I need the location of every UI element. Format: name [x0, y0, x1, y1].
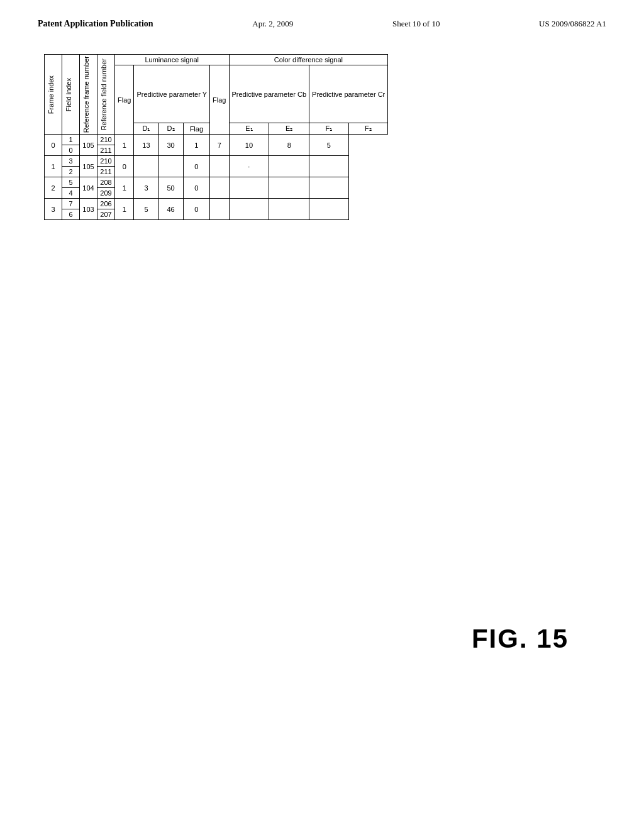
- ref-field-211b: 211: [97, 167, 115, 177]
- ref-frame-104: 104: [80, 177, 97, 199]
- e2-empty3: [229, 199, 269, 220]
- d1-13: 13: [134, 135, 158, 156]
- table-row: 0 1 105 210 1 13 30 1 7 10 8 5: [45, 135, 388, 145]
- table-row: 1 3 105 210 0 0 ·: [45, 156, 388, 167]
- frame-3: 3: [45, 199, 62, 220]
- field-5: 5: [62, 177, 80, 188]
- ref-field-211: 211: [97, 145, 115, 156]
- figure-table-container: Frame index Field index Reference frame …: [44, 54, 388, 220]
- ref-field-210: 210: [97, 135, 115, 145]
- e2-empty2: [229, 177, 269, 199]
- d1-empty: [134, 156, 158, 177]
- ref-field-209: 209: [97, 188, 115, 199]
- f2-empty: [309, 156, 349, 177]
- d2-46: 46: [158, 199, 183, 220]
- table-row: 3 7 103 206 1 5 46 0: [45, 199, 388, 209]
- col-ref-field: Reference field number: [97, 55, 115, 135]
- col-predictive-y: Predictive parameter Y: [134, 65, 210, 123]
- col-frame-index: Frame index: [45, 55, 62, 135]
- ref-frame-103: 103: [80, 199, 97, 220]
- e2-dot: ·: [229, 156, 269, 177]
- col-predictive-cr: Predictive parameter Cr: [309, 65, 388, 123]
- ref-field-207: 207: [97, 209, 115, 220]
- f2-empty3: [309, 199, 349, 220]
- f1-empty: [269, 156, 309, 177]
- col-lum-flag: Flag: [115, 65, 134, 135]
- field-1a: 1: [62, 135, 80, 145]
- col-flag-0a: 0: [183, 156, 210, 177]
- col-col-flag: Flag: [210, 65, 229, 135]
- col-f2-header: F₂: [348, 123, 388, 135]
- patent-table: Frame index Field index Reference frame …: [44, 54, 388, 220]
- field-7: 7: [62, 199, 80, 209]
- sheet-label: Sheet 10 of 10: [392, 19, 440, 29]
- f1-empty3: [269, 199, 309, 220]
- field-2: 2: [62, 167, 80, 177]
- e1-empty3: [210, 199, 229, 220]
- col-flag-1a: 1: [183, 135, 210, 156]
- col-d2-header: D₂: [158, 123, 183, 135]
- col-predictive-cb: Predictive parameter Cb: [229, 65, 309, 123]
- d1-5: 5: [134, 199, 158, 220]
- publication-label: Patent Application Publication: [38, 19, 153, 29]
- ref-frame-105b: 105: [80, 156, 97, 177]
- ref-field-210b: 210: [97, 156, 115, 167]
- main-content: Frame index Field index Reference frame …: [0, 35, 644, 233]
- col-lum-flag2: Flag: [183, 123, 210, 135]
- frame-2: 2: [45, 177, 62, 199]
- col-flag-0b: 0: [183, 177, 210, 199]
- f1-8: 8: [269, 135, 309, 156]
- e2-10: 10: [229, 135, 269, 156]
- ref-field-206: 206: [97, 199, 115, 209]
- date-label: Apr. 2, 2009: [252, 19, 293, 29]
- d1-3: 3: [134, 177, 158, 199]
- frame-1: 1: [45, 156, 62, 177]
- table-row: 2 5 104 208 1 3 50 0: [45, 177, 388, 188]
- col-e1-header: E₁: [229, 123, 269, 135]
- frame-0: 0: [45, 135, 62, 156]
- col-color-header: Color difference signal: [229, 55, 388, 65]
- e1-empty2: [210, 177, 229, 199]
- field-0a: 0: [62, 145, 80, 156]
- d2-30: 30: [158, 135, 183, 156]
- patent-number: US 2009/086822 A1: [539, 19, 606, 29]
- col-luminance-header: Luminance signal: [115, 55, 230, 65]
- col-d1-header: D₁: [134, 123, 158, 135]
- page-header: Patent Application Publication Apr. 2, 2…: [0, 0, 644, 35]
- col-f1-header: F₁: [309, 123, 349, 135]
- lum-flag-1c: 1: [115, 199, 134, 220]
- lum-flag-1a: 1: [115, 135, 134, 156]
- col-ref-frame: Reference frame number: [80, 55, 97, 135]
- field-6: 6: [62, 209, 80, 220]
- d2-50: 50: [158, 177, 183, 199]
- field-4: 4: [62, 188, 80, 199]
- f1-empty2: [269, 177, 309, 199]
- e1-7: 7: [210, 135, 229, 156]
- f2-5: 5: [309, 135, 349, 156]
- field-3: 3: [62, 156, 80, 167]
- ref-frame-105a: 105: [80, 135, 97, 156]
- f2-empty2: [309, 177, 349, 199]
- col-field-index: Field index: [62, 55, 80, 135]
- lum-flag-1b: 1: [115, 177, 134, 199]
- figure-label: FIG. 15: [472, 624, 569, 654]
- col-e2-header: E₂: [269, 123, 309, 135]
- ref-field-208: 208: [97, 177, 115, 188]
- d2-empty: [158, 156, 183, 177]
- lum-flag-0a: 0: [115, 156, 134, 177]
- col-flag-0c: 0: [183, 199, 210, 220]
- e1-empty: [210, 156, 229, 177]
